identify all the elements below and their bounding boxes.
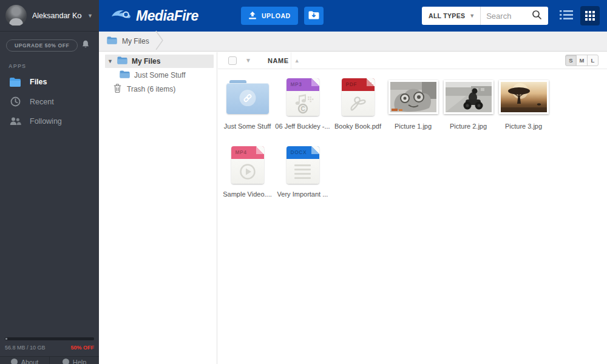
file-tile-picture2[interactable]: Picture 2.jpg	[441, 75, 496, 143]
select-dropdown-caret-icon[interactable]: ▼	[245, 57, 251, 64]
sidebar-footer: About Help	[0, 356, 99, 364]
list-view-icon	[560, 10, 573, 22]
file-grid: Just Some Stuff MP3 C 06 Jeff Buckley -.…	[218, 69, 553, 211]
size-medium-button[interactable]: M	[576, 55, 588, 66]
file-type-filter[interactable]: ALL TYPES ▼	[422, 7, 480, 25]
file-tile-docx[interactable]: DOCX Very Important ...	[275, 143, 330, 211]
tree-item-label: Just Some Stuff	[134, 71, 186, 79]
mediafire-flame-icon	[111, 7, 133, 24]
file-name: Booky Book.pdf	[334, 123, 381, 130]
sidebar-item-label: Following	[30, 117, 62, 126]
upgrade-button[interactable]: UPGRADE 50% OFF	[6, 39, 78, 52]
about-icon	[11, 359, 18, 364]
upload-icon	[248, 12, 257, 21]
file-tile-picture3[interactable]: Picture 3.jpg	[496, 75, 551, 143]
photo-thumbnail-graffiti	[388, 80, 438, 114]
mp4-file-icon: MP4	[231, 146, 264, 184]
folder-icon	[117, 56, 127, 66]
grid-view-icon	[585, 11, 595, 21]
docx-file-icon: DOCX	[287, 146, 319, 184]
list-view-button[interactable]	[557, 7, 575, 24]
sidebar-item-recent[interactable]: Recent	[0, 92, 99, 112]
sort-ascending-icon: ▲	[294, 58, 300, 64]
breadcrumb: My Files	[99, 32, 607, 52]
notifications-button[interactable]	[80, 38, 92, 52]
tree-item-my-files[interactable]: ▼ My Files	[105, 55, 214, 68]
file-tile-pdf[interactable]: PDF Booky Book.pdf	[330, 75, 385, 143]
play-circle-icon	[231, 159, 264, 184]
file-tile-folder[interactable]: Just Some Stuff	[220, 75, 275, 143]
clock-icon	[8, 96, 22, 107]
help-icon	[63, 359, 69, 364]
upload-folder-button[interactable]	[304, 7, 324, 25]
file-name: Sample Video....	[223, 190, 272, 198]
mediafire-app: Aleksandar Kocho... ▼ UPGRADE 50% OFF AP…	[0, 0, 607, 364]
share-link-icon	[239, 90, 256, 106]
text-lines-icon	[287, 159, 319, 184]
footer-item-help[interactable]: Help	[49, 357, 99, 364]
storage-promo-link[interactable]: 50% OFF	[70, 345, 94, 351]
sidebar-item-following[interactable]: Following	[0, 112, 99, 130]
brand-wordmark: MediaFire	[136, 8, 198, 24]
storage-meter: 56.8 MB / 10 GB 50% OFF	[5, 337, 94, 351]
mediafire-logo[interactable]: MediaFire	[111, 7, 198, 24]
avatar[interactable]	[5, 5, 27, 26]
storage-progress-fill	[5, 338, 7, 340]
file-name: Picture 3.jpg	[505, 123, 542, 130]
shared-folder-icon	[226, 80, 269, 114]
breadcrumb-chevron-icon	[155, 30, 164, 53]
folder-icon	[107, 36, 117, 46]
tree-item-just-some-stuff[interactable]: Just Some Stuff	[105, 69, 214, 82]
thumbnail-size-control: S M L	[565, 55, 599, 66]
bell-icon	[81, 42, 90, 51]
trash-icon	[114, 84, 121, 95]
photo-thumbnail-savanna	[499, 80, 549, 114]
top-header: MediaFire UPLOAD ALL TYPES ▼	[99, 0, 607, 32]
tree-item-label: My Files	[132, 57, 160, 66]
size-large-button[interactable]: L	[587, 55, 599, 66]
photo-thumbnail-motorcycle	[444, 80, 493, 114]
storage-usage-text: 56.8 MB / 10 GB	[5, 345, 46, 351]
breadcrumb-label: My Files	[122, 37, 149, 46]
file-name: Picture 1.jpg	[395, 123, 432, 130]
music-note-icon: C	[287, 91, 319, 116]
file-toolbar: ▼ NAME ▲ S M L	[218, 52, 607, 69]
file-name: Very Important ...	[277, 190, 328, 198]
pdf-swirl-icon	[342, 91, 375, 116]
file-tile-picture1[interactable]: Picture 1.jpg	[385, 75, 441, 143]
user-name: Aleksandar Kocho...	[32, 12, 82, 20]
upload-button[interactable]: UPLOAD	[241, 7, 298, 25]
footer-item-about[interactable]: About	[0, 357, 49, 364]
storage-progress-bar	[5, 337, 94, 340]
sidebar-item-label: Recent	[30, 98, 54, 106]
search-bar: ALL TYPES ▼	[422, 7, 548, 25]
select-all-checkbox[interactable]	[228, 56, 237, 65]
folder-tree-panel: ▼ My Files Just Some Stuff Trash (6 item…	[99, 52, 217, 364]
people-icon	[8, 116, 22, 126]
search-submit-button[interactable]	[531, 10, 548, 22]
sidebar-item-files[interactable]: Files	[0, 72, 99, 92]
folder-upload-icon	[308, 11, 319, 21]
file-tile-mp3[interactable]: MP3 C 06 Jeff Buckley -...	[275, 75, 330, 143]
sort-by-name-control[interactable]: NAME ▲	[268, 57, 300, 64]
search-icon	[532, 10, 542, 22]
pdf-file-icon: PDF	[342, 78, 375, 116]
chevron-down-icon: ▼	[87, 13, 94, 19]
file-name: Picture 2.jpg	[450, 123, 487, 130]
breadcrumb-my-files[interactable]: My Files	[99, 32, 155, 52]
mp3-file-icon: MP3 C	[287, 78, 319, 116]
user-menu[interactable]: Aleksandar Kocho... ▼	[0, 0, 99, 32]
grid-view-button[interactable]	[580, 6, 600, 25]
search-input[interactable]	[481, 12, 531, 21]
apps-section-label: APPS	[0, 56, 99, 72]
file-name: 06 Jeff Buckley -...	[275, 123, 330, 130]
sidebar-item-label: Files	[30, 78, 47, 86]
svg-text:C: C	[300, 105, 305, 112]
size-small-button[interactable]: S	[565, 55, 577, 66]
tree-item-trash[interactable]: Trash (6 items)	[105, 83, 214, 96]
folder-icon	[8, 77, 22, 87]
chevron-down-icon: ▼	[469, 13, 475, 19]
file-tile-mp4[interactable]: MP4 Sample Video....	[220, 143, 275, 211]
sidebar: Aleksandar Kocho... ▼ UPGRADE 50% OFF AP…	[0, 0, 99, 364]
tree-expand-caret-icon[interactable]: ▼	[107, 58, 113, 64]
